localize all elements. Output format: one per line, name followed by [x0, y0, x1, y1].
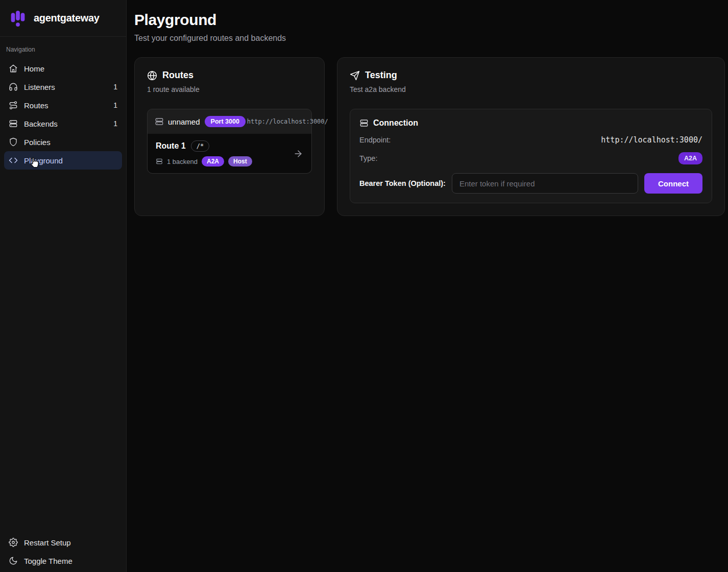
sidebar-item-label: Backends	[24, 120, 58, 128]
routes-card: Routes 1 route available unnamed Port 30…	[134, 57, 325, 216]
restart-setup-button[interactable]: Restart Setup	[4, 533, 122, 552]
sidebar: agentgateway Navigation Home Listeners 1…	[0, 0, 127, 572]
sidebar-item-routes[interactable]: Routes 1	[4, 96, 122, 114]
sidebar-item-policies[interactable]: Policies	[4, 133, 122, 151]
sidebar-item-listeners[interactable]: Listeners 1	[4, 78, 122, 96]
route-item[interactable]: Route 1 /* 1 backend A2A Host	[148, 134, 311, 173]
endpoint-label: Endpoint:	[359, 136, 391, 144]
gear-icon	[9, 538, 18, 547]
nav-section-label: Navigation	[6, 46, 120, 53]
sidebar-item-label: Listeners	[24, 83, 55, 91]
route-path-badge: /*	[191, 140, 209, 152]
sidebar-item-count: 1	[113, 83, 117, 91]
routes-card-subtitle: 1 route available	[147, 85, 312, 93]
code-icon	[9, 156, 18, 165]
routes-card-header: Routes	[147, 70, 312, 81]
listener-header: unnamed Port 3000 http://localhost:3000/	[148, 109, 311, 134]
cards-row: Routes 1 route available unnamed Port 30…	[134, 57, 727, 216]
server-icon	[359, 118, 369, 128]
home-icon	[9, 64, 18, 73]
listener-group: unnamed Port 3000 http://localhost:3000/…	[147, 109, 312, 174]
testing-card-title: Testing	[365, 70, 397, 81]
server-icon	[9, 119, 18, 128]
globe-icon	[147, 70, 157, 81]
host-badge: Host	[228, 156, 252, 166]
sidebar-footer: Restart Setup Toggle Theme	[0, 529, 126, 572]
sidebar-item-playground[interactable]: Playground	[4, 151, 122, 170]
sidebar-item-label: Routes	[24, 101, 48, 110]
connection-box: Connection Endpoint: http://localhost:30…	[350, 109, 712, 203]
sidebar-item-label: Policies	[24, 138, 51, 147]
sidebar-item-label: Playground	[24, 156, 63, 165]
connection-title: Connection	[373, 118, 418, 128]
testing-card: Testing Test a2a backend Connection Endp…	[337, 57, 725, 216]
endpoint-row: Endpoint: http://localhost:3000/	[359, 135, 702, 145]
agentgateway-logo-icon	[8, 9, 28, 28]
connect-button[interactable]: Connect	[644, 173, 702, 194]
a2a-badge: A2A	[202, 156, 224, 166]
sidebar-item-count: 1	[113, 120, 117, 128]
backend-count: 1 backend	[167, 158, 198, 165]
toggle-theme-button[interactable]: Toggle Theme	[4, 552, 122, 570]
sidebar-nav: Navigation Home Listeners 1 Routes 1	[0, 37, 126, 529]
bearer-token-row: Bearer Token (Optional): Connect	[359, 173, 702, 194]
server-icon	[155, 117, 164, 126]
main-content: Playground Test your configured routes a…	[127, 0, 728, 572]
connection-header: Connection	[359, 118, 702, 128]
routes-card-title: Routes	[162, 70, 193, 81]
route-item-info: Route 1 /* 1 backend A2A Host	[156, 140, 252, 166]
page-subtitle: Test your configured routes and backends	[134, 34, 727, 43]
arrow-right-icon	[293, 149, 303, 159]
send-icon	[350, 70, 360, 81]
toggle-theme-label: Toggle Theme	[24, 557, 72, 565]
endpoint-value: http://localhost:3000/	[601, 135, 702, 145]
restart-setup-label: Restart Setup	[24, 538, 71, 547]
brand: agentgateway	[0, 0, 126, 37]
listener-url: http://localhost:3000/	[247, 118, 328, 125]
port-badge: Port 3000	[205, 116, 246, 127]
type-label: Type:	[359, 154, 377, 162]
page-title: Playground	[134, 11, 727, 29]
testing-card-subtitle: Test a2a backend	[350, 85, 712, 93]
bearer-token-label: Bearer Token (Optional):	[359, 179, 446, 187]
brand-name: agentgateway	[34, 12, 100, 24]
sidebar-item-label: Home	[24, 64, 44, 73]
headphones-icon	[9, 82, 18, 91]
server-icon	[156, 158, 163, 165]
bearer-token-input[interactable]	[452, 173, 638, 194]
sidebar-item-backends[interactable]: Backends 1	[4, 114, 122, 133]
route-icon	[9, 101, 18, 110]
moon-icon	[9, 556, 18, 565]
listener-name: unnamed	[168, 117, 200, 126]
type-row: Type: A2A	[359, 152, 702, 164]
type-a2a-badge: A2A	[678, 152, 702, 164]
sidebar-item-count: 1	[113, 101, 117, 109]
testing-card-header: Testing	[350, 70, 712, 81]
route-name: Route 1	[156, 141, 186, 151]
shield-icon	[9, 137, 18, 147]
sidebar-item-home[interactable]: Home	[4, 59, 122, 78]
